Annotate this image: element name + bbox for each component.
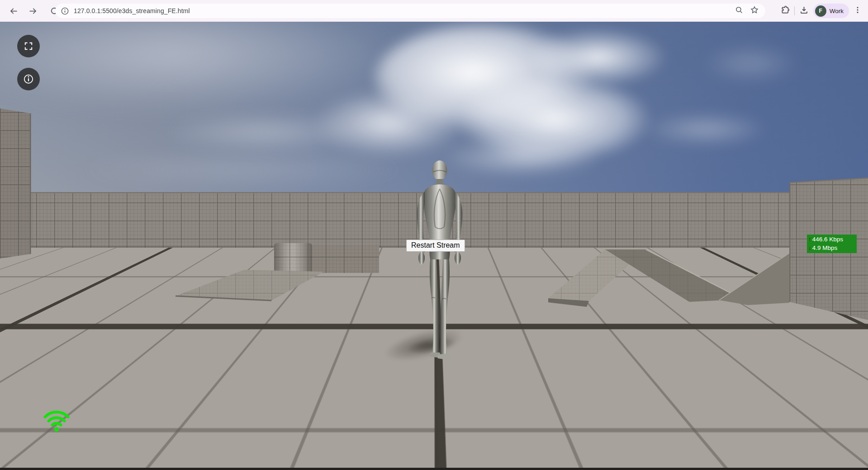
left-block (0, 108, 31, 258)
profile-name: Work (830, 8, 844, 14)
left-ramp (175, 270, 324, 301)
profile-chip[interactable]: F Work (813, 4, 849, 18)
address-bar[interactable]: 127.0.0.1:5500/e3ds_streaming_FE.html (55, 4, 765, 18)
wifi-status-icon (42, 409, 71, 433)
downloads-icon[interactable] (799, 5, 809, 17)
forward-arrow-icon (28, 6, 38, 16)
browser-toolbar: 127.0.0.1:5500/e3ds_streaming_FE.html F … (0, 0, 868, 22)
menu-kebab-icon[interactable] (854, 6, 862, 16)
mid-left-block (312, 245, 379, 273)
back-arrow-icon (9, 6, 19, 16)
stream-video-surface[interactable]: Restart Stream ↑446.6 Kbps ↓4.9 Mbps (0, 22, 868, 470)
zoom-indicator-icon[interactable] (735, 6, 744, 16)
bottom-edge-strip (0, 468, 868, 470)
upload-arrow-icon: ↑ (808, 236, 811, 243)
info-button[interactable] (17, 68, 40, 90)
extensions-icon[interactable] (780, 5, 790, 17)
right-ramps (548, 249, 789, 307)
upload-rate: ↑446.6 Kbps (808, 235, 855, 244)
forward-button[interactable] (25, 3, 40, 19)
bitrate-stats-badge: ↑446.6 Kbps ↓4.9 Mbps (807, 235, 857, 253)
back-button[interactable] (6, 3, 21, 19)
bookmark-star-icon[interactable] (750, 5, 759, 16)
mannequin (406, 158, 473, 364)
info-icon (21, 71, 36, 87)
restart-stream-button[interactable]: Restart Stream (406, 240, 465, 252)
toolbar-divider (794, 6, 795, 15)
profile-avatar: F (815, 5, 826, 17)
site-info-icon[interactable] (61, 7, 69, 15)
fullscreen-button[interactable] (17, 35, 40, 57)
download-arrow-icon: ↓ (808, 244, 811, 251)
download-rate: ↓4.9 Mbps (808, 244, 855, 252)
url-text[interactable]: 127.0.0.1:5500/e3ds_streaming_FE.html (74, 7, 735, 14)
fullscreen-icon (22, 39, 35, 53)
